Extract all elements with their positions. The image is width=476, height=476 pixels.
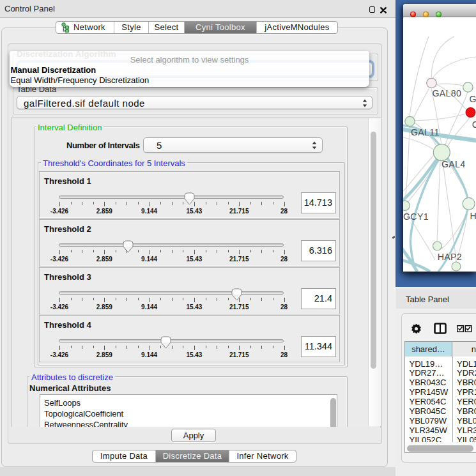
svg-text:GAL80: GAL80 (433, 88, 462, 98)
svg-text:CY: CY (472, 119, 476, 130)
svg-text:HAP2: HAP2 (438, 252, 462, 262)
svg-text:GAL4: GAL4 (441, 159, 465, 169)
svg-text:GA: GA (470, 94, 476, 104)
svg-text:H: H (470, 211, 476, 221)
svg-text:GCY1: GCY1 (403, 211, 429, 222)
svg-text:GAL11: GAL11 (411, 127, 440, 137)
